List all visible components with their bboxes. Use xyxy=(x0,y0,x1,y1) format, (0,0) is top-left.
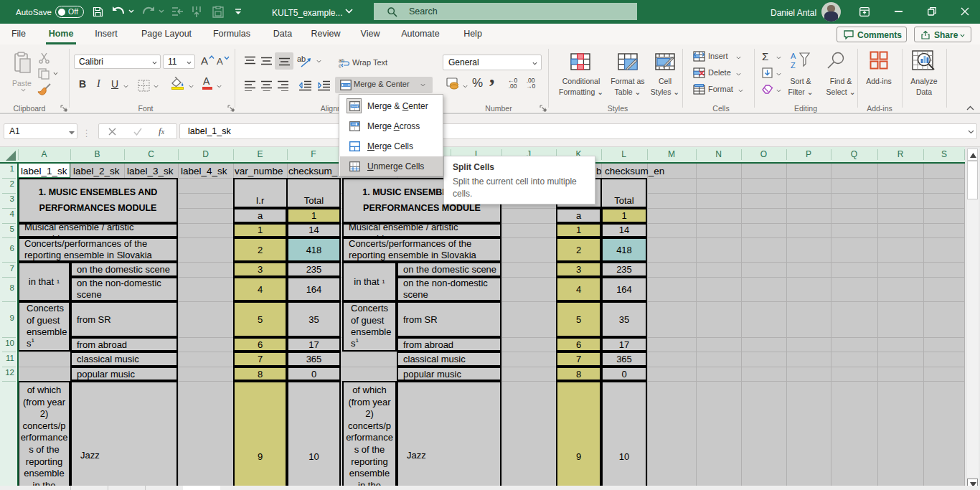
svg-text:A: A xyxy=(791,52,796,60)
svg-text:ab: ab xyxy=(339,58,344,63)
svg-text:Z: Z xyxy=(791,61,796,70)
